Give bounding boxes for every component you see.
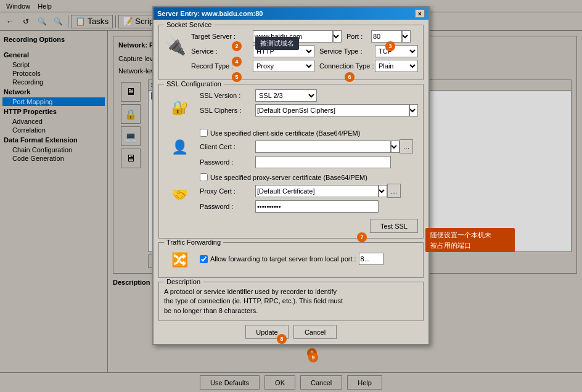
socket-service-section: Socket Service 🔌 Target Server : ▾ Port … bbox=[158, 25, 424, 80]
port-label: Port : bbox=[346, 33, 371, 40]
proxy-cert-checkbox-row: Use specified proxy-server certificate (… bbox=[200, 173, 418, 181]
dialog-close-button[interactable]: × bbox=[415, 9, 425, 18]
test-ssl-button[interactable]: Test SSL bbox=[370, 219, 418, 233]
client-cert-dropdown[interactable]: ▾ bbox=[391, 141, 400, 153]
proxy-cert-label: Proxy Cert : bbox=[200, 187, 255, 195]
badge-6: 6 bbox=[345, 72, 355, 82]
ssl-ciphers-input[interactable] bbox=[255, 104, 409, 116]
target-server-dropdown[interactable]: ▾ bbox=[333, 30, 342, 43]
ssl-version-select[interactable]: SSL 2/3 bbox=[255, 89, 317, 102]
client-cert-input[interactable] bbox=[255, 141, 391, 153]
badge-4: 4 bbox=[232, 57, 242, 67]
proxy-cert-row: Proxy Cert : ▾ … bbox=[200, 184, 418, 198]
dialog-body: Socket Service 🔌 Target Server : ▾ Port … bbox=[154, 20, 428, 344]
dialog-title-bar: Server Entry: www.baidu.com:80 × bbox=[154, 7, 428, 20]
connection-type-label: Connection Type : bbox=[319, 62, 375, 70]
proxy-cert-fields: Use specified proxy-server certificate (… bbox=[200, 173, 418, 215]
ssl-ciphers-label: SSL Ciphers : bbox=[200, 107, 255, 114]
client-cert-checkbox-label: Use specified client-side certificate (B… bbox=[210, 129, 360, 137]
description-dialog-section: Description A protocol or service identi… bbox=[158, 282, 424, 321]
record-type-row: Record Type : Proxy Direct Connection Ty… bbox=[191, 60, 418, 72]
service-label: Service : bbox=[191, 47, 253, 55]
proxy-cert-browse[interactable]: … bbox=[387, 184, 401, 198]
description-dialog-title: Description bbox=[164, 278, 203, 285]
client-cert-row: Client Cert : ▾ … bbox=[200, 139, 418, 153]
forwarding-checkbox[interactable] bbox=[200, 255, 208, 263]
badge-8: 8 bbox=[277, 334, 287, 344]
proxy-cert-checkbox[interactable] bbox=[200, 173, 208, 181]
dialog-overlay: Server Entry: www.baidu.com:80 × Socket … bbox=[0, 0, 582, 392]
socket-fields: Target Server : ▾ Port : ▾ Service : HTT… bbox=[191, 30, 418, 75]
server-entry-dialog: Server Entry: www.baidu.com:80 × Socket … bbox=[152, 6, 430, 345]
proxy-password-label: Password : bbox=[200, 203, 255, 210]
client-cert-checkbox[interactable] bbox=[200, 129, 208, 137]
traffic-forwarding-section: Traffic Forwarding 🔀 Allow forwarding to… bbox=[158, 242, 424, 278]
record-type-select[interactable]: Proxy Direct bbox=[253, 60, 314, 72]
ssl-ciphers-dropdown[interactable]: ▾ bbox=[409, 104, 418, 116]
badge-2: 2 bbox=[232, 41, 242, 51]
proxy-icon: 🤝 bbox=[164, 173, 195, 216]
client-password-label: Password : bbox=[200, 158, 255, 166]
port-dropdown[interactable]: ▾ bbox=[402, 30, 411, 43]
socket-icon: 🔌 bbox=[164, 30, 186, 61]
client-icon: 👤 bbox=[164, 129, 195, 166]
ssl-version-row: SSL Version : SSL 2/3 bbox=[200, 89, 418, 102]
target-server-row: Target Server : ▾ Port : ▾ bbox=[191, 30, 418, 43]
port-input[interactable] bbox=[371, 30, 402, 43]
service-type-label: Service Type : bbox=[319, 47, 375, 55]
badge-9-bottom: 9 bbox=[308, 353, 318, 362]
proxy-cert-dropdown[interactable]: ▾ bbox=[379, 185, 387, 197]
badge-7: 7 bbox=[357, 232, 367, 242]
tooltip-domain: 被测试域名 bbox=[255, 37, 299, 50]
forwarding-port-input[interactable] bbox=[359, 253, 383, 265]
dialog-button-row: Update Cancel bbox=[158, 325, 424, 339]
ssl-config-section: SSL Configuration 🔐 SSL Version : SSL 2/… bbox=[158, 84, 424, 239]
dialog-cancel-button[interactable]: Cancel bbox=[293, 325, 337, 339]
client-cert-label: Client Cert : bbox=[200, 143, 255, 150]
proxy-password-row: Password : bbox=[200, 200, 418, 213]
tooltip-port: 随便设置一个本机未被占用的端口 bbox=[425, 228, 515, 252]
proxy-cert-input[interactable] bbox=[255, 185, 379, 197]
forwarding-row: Allow forwarding to target server from l… bbox=[200, 253, 383, 265]
target-server-label: Target Server : bbox=[191, 33, 253, 40]
ssl-icon: 🔐 bbox=[164, 89, 195, 126]
traffic-section-title: Traffic Forwarding bbox=[164, 239, 223, 246]
ssl-fields: SSL Version : SSL 2/3 SSL Ciphers : ▾ bbox=[200, 89, 418, 119]
record-type-label: Record Type : bbox=[191, 62, 253, 70]
badge-3: 3 bbox=[385, 41, 395, 51]
description-dialog-text: A protocol or service identifier used by… bbox=[164, 287, 418, 316]
connection-type-select[interactable]: Plain SSL bbox=[375, 60, 418, 72]
proxy-cert-checkbox-label: Use specified proxy-server certificate (… bbox=[210, 174, 367, 181]
client-cert-checkbox-row: Use specified client-side certificate (B… bbox=[200, 129, 418, 137]
ssl-section-title: SSL Configuration bbox=[164, 80, 224, 88]
service-row: Service : HTTP HTTPS Service Type : TCP … bbox=[191, 45, 418, 57]
client-password-input[interactable] bbox=[255, 156, 391, 168]
ssl-ciphers-row: SSL Ciphers : ▾ bbox=[200, 104, 418, 116]
proxy-password-input[interactable] bbox=[255, 200, 379, 213]
traffic-icon: 🔀 bbox=[164, 248, 195, 272]
socket-section-title: Socket Service bbox=[164, 21, 214, 28]
client-cert-fields: Use specified client-side certificate (B… bbox=[200, 129, 418, 171]
forwarding-label: Allow forwarding to target server from l… bbox=[210, 255, 356, 263]
client-cert-browse[interactable]: … bbox=[400, 139, 413, 153]
client-password-row: Password : bbox=[200, 156, 418, 168]
badge-5: 5 bbox=[232, 72, 242, 82]
dialog-title: Server Entry: www.baidu.com:80 bbox=[157, 10, 263, 17]
service-type-select[interactable]: TCP UDP bbox=[375, 45, 418, 57]
ssl-version-label: SSL Version : bbox=[200, 92, 255, 99]
